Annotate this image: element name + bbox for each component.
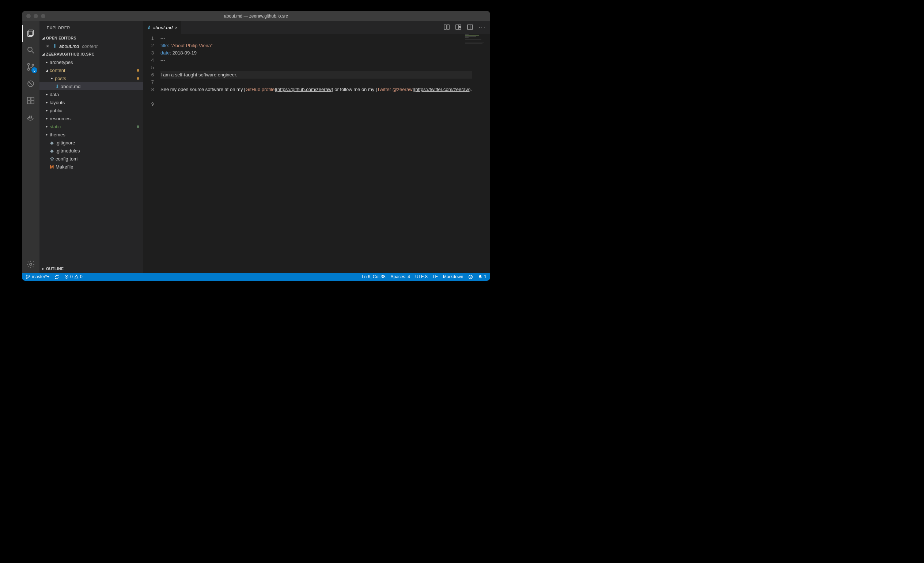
status-feedback[interactable] <box>468 275 473 279</box>
smiley-icon <box>468 275 473 279</box>
line-number: 6 <box>143 71 160 79</box>
code-text: See my open source software at on my [ <box>160 87 246 92</box>
status-spaces[interactable]: Spaces: 4 <box>391 274 410 279</box>
status-branch-label: master*+ <box>32 274 50 279</box>
status-bar: master*+ 0 0 Ln 6, Col 38 Spaces: 4 UTF-… <box>22 273 490 281</box>
preview-side-icon[interactable] <box>455 24 461 32</box>
chevron-down-icon: ◢ <box>45 68 49 72</box>
tree-file-config[interactable]: ✿ config.toml <box>39 155 143 163</box>
minimize-window-button[interactable] <box>34 14 38 18</box>
editor-body[interactable]: 1 2 3 4 5 6 7 8 9 --- title: "About Phil… <box>143 34 490 273</box>
status-problems[interactable]: 0 0 <box>64 274 82 279</box>
close-window-button[interactable] <box>26 14 31 18</box>
close-icon[interactable]: × <box>175 25 178 30</box>
tree-file-gitmodules[interactable]: ◆ .gitmodules <box>39 147 143 155</box>
titlebar[interactable]: about.md — zeeraw.github.io.src <box>22 11 490 21</box>
activity-scm[interactable]: 5 <box>22 59 39 75</box>
code-area[interactable]: --- title: "About Philip Vieira" date: 2… <box>160 34 490 273</box>
code-text: ]( <box>274 87 278 92</box>
chevron-down-icon: ◢ <box>41 36 46 40</box>
vscode-window: about.md — zeeraw.github.io.src 5 <box>22 11 490 281</box>
svg-point-28 <box>28 275 30 276</box>
tree-folder-data[interactable]: ▸ data <box>39 90 143 98</box>
chevron-down-icon: ◢ <box>41 52 46 56</box>
tab-about-md[interactable]: ⬇ about.md × <box>143 21 181 34</box>
tree-folder-static[interactable]: ▸ static <box>39 123 143 131</box>
activity-search[interactable] <box>22 42 39 59</box>
git-modified-dot <box>137 77 139 80</box>
line-number: 5 <box>143 64 160 71</box>
line-number: 1 <box>143 35 160 42</box>
activity-extensions[interactable] <box>22 92 39 109</box>
tree-folder-resources[interactable]: ▸ resources <box>39 114 143 123</box>
tree-file-about[interactable]: ⬇ about.md <box>39 82 143 90</box>
tree-file-makefile[interactable]: M Makefile <box>39 163 143 171</box>
svg-rect-11 <box>27 101 30 104</box>
status-encoding[interactable]: UTF-8 <box>415 274 428 279</box>
line-number: 3 <box>143 50 160 57</box>
tree-label: data <box>50 92 59 97</box>
section-project-label: ZEERAW.GITHUB.IO.SRC <box>46 52 94 56</box>
activity-explorer[interactable] <box>22 25 39 42</box>
svg-rect-17 <box>31 116 32 117</box>
editor-group: ⬇ about.md × ··· 1 2 3 4 5 <box>143 21 490 273</box>
line-number: 7 <box>143 79 160 86</box>
git-modified-dot <box>137 69 139 72</box>
files-icon <box>26 29 35 38</box>
tab-bar: ⬇ about.md × ··· <box>143 21 490 34</box>
tree-folder-themes[interactable]: ▸ themes <box>39 131 143 138</box>
split-editor-icon[interactable] <box>467 24 473 32</box>
tree-file-gitignore[interactable]: ◆ .gitignore <box>39 138 143 147</box>
tree-folder-archetypes[interactable]: ▸ archetypes <box>39 58 143 66</box>
docker-icon <box>26 113 35 122</box>
code-text: I am a self-taught software engineer. <box>160 72 237 78</box>
svg-point-6 <box>32 65 34 66</box>
status-cursor[interactable]: Ln 6, Col 38 <box>362 274 386 279</box>
status-language[interactable]: Markdown <box>443 274 463 279</box>
svg-point-2 <box>28 47 32 51</box>
status-errors: 0 <box>70 274 73 279</box>
chevron-right-icon: ▸ <box>45 133 49 137</box>
more-icon[interactable]: ··· <box>479 24 486 31</box>
status-eol[interactable]: LF <box>433 274 438 279</box>
svg-point-32 <box>469 275 472 279</box>
open-changes-icon[interactable] <box>444 24 450 32</box>
line-gutter: 1 2 3 4 5 6 7 8 9 <box>143 34 160 273</box>
open-editor-path: content <box>82 44 98 49</box>
status-sync[interactable] <box>54 275 59 279</box>
svg-point-5 <box>28 69 30 71</box>
bell-icon <box>478 275 483 279</box>
chevron-right-icon: ▸ <box>45 108 49 112</box>
close-icon[interactable]: × <box>46 43 51 49</box>
titlebar-title: about.md — zeeraw.github.io.src <box>22 14 490 19</box>
warning-icon <box>74 275 79 279</box>
tree-folder-content[interactable]: ◢ content <box>39 66 143 74</box>
status-notifications[interactable]: 1 <box>478 274 486 279</box>
tree-folder-public[interactable]: ▸ public <box>39 107 143 114</box>
section-open-editors[interactable]: ◢ OPEN EDITORS <box>39 34 143 42</box>
svg-point-18 <box>30 263 32 266</box>
extensions-icon <box>26 96 35 105</box>
markdown-icon: ⬇ <box>52 43 58 49</box>
svg-point-4 <box>28 64 30 65</box>
activity-settings[interactable] <box>22 256 39 273</box>
tree-folder-posts[interactable]: ▸ posts <box>39 74 143 82</box>
bug-icon <box>26 80 35 88</box>
section-project[interactable]: ◢ ZEERAW.GITHUB.IO.SRC <box>39 50 143 58</box>
code-text: --- <box>160 36 165 41</box>
makefile-icon: M <box>49 164 55 170</box>
chevron-right-icon: ▸ <box>45 93 49 96</box>
svg-point-23 <box>459 26 460 28</box>
svg-rect-9 <box>27 97 30 100</box>
section-outline-label: OUTLINE <box>46 267 64 271</box>
open-editor-item[interactable]: × ⬇ about.md content <box>39 42 143 50</box>
tree-label: config.toml <box>56 156 79 162</box>
zoom-window-button[interactable] <box>41 14 45 18</box>
tree-folder-layouts[interactable]: ▸ layouts <box>39 98 143 107</box>
status-branch[interactable]: master*+ <box>26 274 50 279</box>
line-number: 9 <box>143 101 160 108</box>
activity-debug[interactable] <box>22 75 39 92</box>
activity-docker[interactable] <box>22 109 39 126</box>
section-outline[interactable]: ▸ OUTLINE <box>39 265 143 273</box>
activity-bar: 5 <box>22 21 39 273</box>
